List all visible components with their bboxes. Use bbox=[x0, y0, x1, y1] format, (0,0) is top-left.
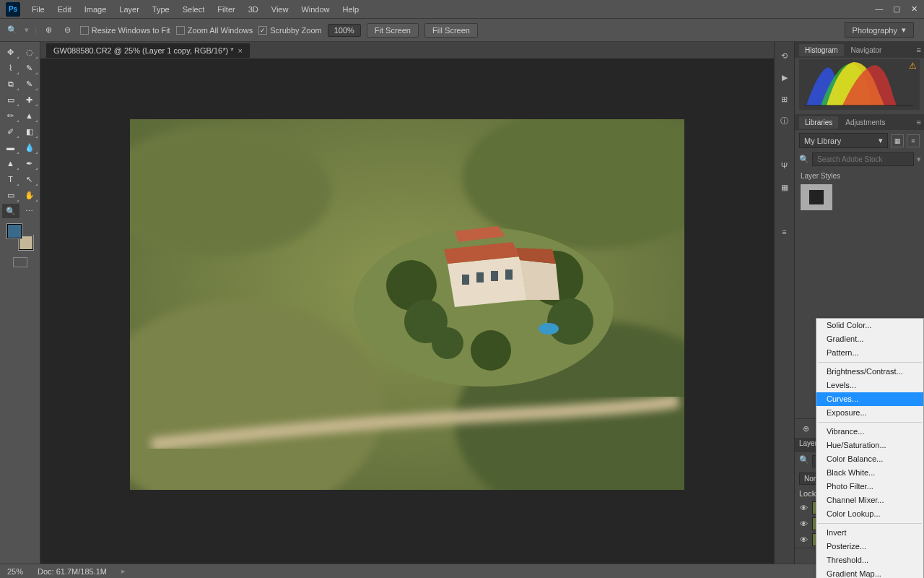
ctx-item-curves[interactable]: Curves... bbox=[816, 392, 923, 406]
hand-tool[interactable]: ✋ bbox=[21, 188, 38, 202]
healing-tool[interactable]: ✚ bbox=[21, 92, 38, 107]
scrubby-zoom-checkbox[interactable]: Scrubby Zoom bbox=[258, 26, 322, 35]
fill-screen-button[interactable]: Fill Screen bbox=[424, 23, 478, 38]
tab-navigator[interactable]: Navigator bbox=[845, 44, 888, 56]
info-icon[interactable]: ⓘ bbox=[778, 114, 791, 127]
quick-select-tool[interactable]: ✎ bbox=[21, 61, 38, 75]
panel-menu-icon[interactable]: ≡ bbox=[917, 46, 921, 54]
maximize-button[interactable]: ▢ bbox=[891, 3, 902, 14]
eraser-tool[interactable]: ◧ bbox=[21, 124, 38, 139]
fit-screen-button[interactable]: Fit Screen bbox=[367, 23, 419, 38]
ctx-item-vibrance[interactable]: Vibrance... bbox=[816, 425, 923, 439]
ctx-item-threshold[interactable]: Threshold... bbox=[816, 553, 923, 567]
layer-style-thumb[interactable] bbox=[801, 184, 832, 210]
tab-histogram[interactable]: Histogram bbox=[799, 44, 844, 56]
search-chevron-icon[interactable]: ▾ bbox=[917, 155, 921, 164]
brushes-icon[interactable]: Ψ bbox=[778, 159, 791, 172]
grid-view-icon[interactable]: ▦ bbox=[891, 134, 904, 147]
tab-libraries[interactable]: Libraries bbox=[799, 116, 838, 129]
ctx-item-exposure[interactable]: Exposure... bbox=[816, 406, 923, 420]
ctx-item-channel-mixer[interactable]: Channel Mixer... bbox=[816, 493, 923, 507]
close-tab-icon[interactable]: × bbox=[237, 46, 242, 55]
ctx-item-black-white[interactable]: Black White... bbox=[816, 466, 923, 480]
histogram-warning-icon[interactable]: ⚠ bbox=[909, 61, 917, 71]
menu-type[interactable]: Type bbox=[147, 2, 175, 17]
paragraph-icon[interactable]: ≡ bbox=[778, 225, 791, 238]
shape-tool[interactable]: ▭ bbox=[2, 188, 19, 202]
color-swatches[interactable] bbox=[7, 224, 33, 250]
zoom-all-checkbox[interactable]: Zoom All Windows bbox=[176, 26, 253, 35]
panel-menu-icon[interactable]: ≡ bbox=[917, 118, 921, 126]
menu-image[interactable]: Image bbox=[79, 2, 113, 17]
menu-select[interactable]: Select bbox=[177, 2, 211, 17]
pen-tool[interactable]: ✒ bbox=[21, 156, 38, 171]
ctx-item-color-balance[interactable]: Color Balance... bbox=[816, 452, 923, 466]
tab-adjustments[interactable]: Adjustments bbox=[840, 116, 891, 129]
add-content-icon[interactable]: ⊕ bbox=[799, 422, 812, 435]
crop-tool[interactable]: ⧉ bbox=[2, 77, 19, 91]
marquee-tool[interactable]: ◌ bbox=[21, 45, 38, 59]
eyedropper-tool[interactable]: ✎ bbox=[21, 77, 38, 91]
ctx-item-photo-filter[interactable]: Photo Filter... bbox=[816, 480, 923, 493]
zoom-out-icon[interactable]: ⊖ bbox=[61, 24, 74, 37]
histogram-display: ⚠ bbox=[799, 59, 920, 110]
zoom-tool[interactable]: 🔍 bbox=[2, 204, 19, 218]
ctx-item-color-lookup[interactable]: Color Lookup... bbox=[816, 507, 923, 521]
menu-filter[interactable]: Filter bbox=[212, 2, 240, 17]
canvas[interactable] bbox=[40, 59, 774, 564]
frame-tool[interactable]: ▭ bbox=[2, 92, 19, 107]
menu-file[interactable]: File bbox=[26, 2, 51, 17]
visibility-toggle-icon[interactable]: 👁 bbox=[798, 519, 809, 528]
stamp-tool[interactable]: ▲ bbox=[21, 108, 38, 123]
gradient-tool[interactable]: ▬ bbox=[2, 140, 19, 155]
actions-icon[interactable]: ▶ bbox=[778, 71, 791, 84]
history-brush-tool[interactable]: ✐ bbox=[2, 124, 19, 139]
resize-windows-checkbox[interactable]: Resize Windows to Fit bbox=[80, 26, 170, 35]
ctx-item-brightness-contrast[interactable]: Brightness/Contrast... bbox=[816, 365, 923, 379]
menu-help[interactable]: Help bbox=[337, 2, 365, 17]
menu-window[interactable]: Window bbox=[295, 2, 335, 17]
visibility-toggle-icon[interactable]: 👁 bbox=[798, 535, 809, 544]
ctx-item-solid-color[interactable]: Solid Color... bbox=[816, 319, 923, 332]
workspace-dropdown[interactable]: Photography▾ bbox=[845, 22, 914, 38]
ctx-item-levels[interactable]: Levels... bbox=[816, 379, 923, 392]
status-doc-size[interactable]: Doc: 61.7M/185.1M bbox=[38, 567, 107, 576]
menu-3d[interactable]: 3D bbox=[243, 2, 264, 17]
menu-edit[interactable]: Edit bbox=[52, 2, 77, 17]
close-button[interactable]: ✕ bbox=[908, 3, 920, 14]
histogram-panel-tabs: Histogram Navigator ≡ bbox=[795, 42, 924, 58]
foreground-color-swatch[interactable] bbox=[7, 224, 22, 238]
swatches-icon[interactable]: ▦ bbox=[778, 181, 791, 194]
zoom-tool-icon[interactable]: 🔍 bbox=[6, 24, 19, 37]
visibility-toggle-icon[interactable]: 👁 bbox=[798, 504, 809, 512]
status-zoom[interactable]: 25% bbox=[7, 567, 23, 576]
menu-layer[interactable]: Layer bbox=[113, 2, 145, 17]
ctx-item-gradient-map[interactable]: Gradient Map... bbox=[816, 567, 923, 578]
blur-tool[interactable]: 💧 bbox=[21, 140, 38, 155]
history-icon[interactable]: ⟲ bbox=[778, 49, 791, 62]
path-tool[interactable]: ↖ bbox=[21, 172, 38, 186]
lasso-tool[interactable]: ⌇ bbox=[2, 61, 19, 75]
move-tool[interactable]: ✥ bbox=[2, 45, 19, 59]
minimize-button[interactable]: — bbox=[873, 3, 885, 14]
quick-mask-toggle[interactable] bbox=[13, 257, 27, 267]
stock-search-input[interactable] bbox=[812, 152, 914, 166]
type-tool[interactable]: T bbox=[2, 172, 19, 186]
properties-icon[interactable]: ⊞ bbox=[778, 92, 791, 105]
zoom-percent-field[interactable]: 100% bbox=[328, 24, 361, 37]
workspace-label: Photography bbox=[853, 26, 897, 35]
ctx-item-hue-saturation[interactable]: Hue/Saturation... bbox=[816, 439, 923, 452]
ctx-item-pattern[interactable]: Pattern... bbox=[816, 346, 923, 360]
ctx-item-gradient[interactable]: Gradient... bbox=[816, 332, 923, 346]
brush-tool[interactable]: ✏ bbox=[2, 108, 19, 123]
svg-point-21 bbox=[539, 323, 559, 335]
ctx-item-invert[interactable]: Invert bbox=[816, 526, 923, 540]
list-view-icon[interactable]: ≡ bbox=[907, 134, 920, 147]
zoom-in-icon[interactable]: ⊕ bbox=[43, 24, 56, 37]
dodge-tool[interactable]: ▲ bbox=[2, 156, 19, 171]
menu-view[interactable]: View bbox=[266, 2, 295, 17]
ctx-item-posterize[interactable]: Posterize... bbox=[816, 540, 923, 553]
document-tab[interactable]: GW088580.CR2 @ 25% (Layer 1 copy, RGB/16… bbox=[46, 43, 250, 58]
library-dropdown[interactable]: My Library▾ bbox=[799, 133, 888, 148]
edit-toolbar[interactable]: ⋯ bbox=[21, 204, 38, 218]
